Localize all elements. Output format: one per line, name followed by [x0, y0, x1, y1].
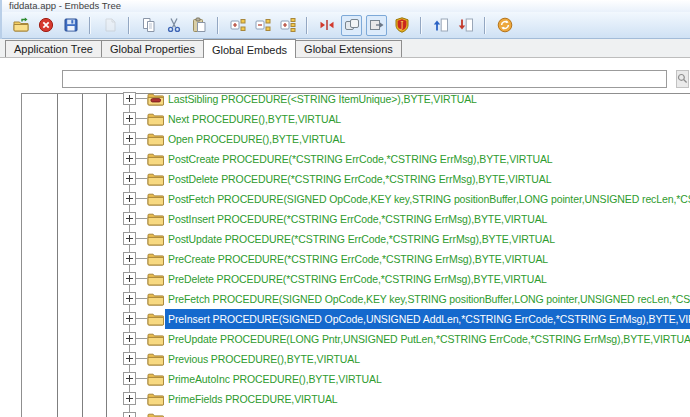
expand-plus-box[interactable]: [123, 352, 136, 365]
tree-row[interactable]: PreInsert PROCEDURE(SIGNED OpCode,UNSIGN…: [0, 309, 690, 329]
open-application-button[interactable]: [10, 15, 31, 36]
expand-all-button[interactable]: [277, 15, 298, 36]
tree-row[interactable]: PrimeAutoInc PROCEDURE(),BYTE,VIRTUAL: [0, 369, 690, 389]
tree-expand-all-icon: [280, 17, 296, 33]
toolbar-separator: [420, 17, 422, 34]
tree-item-label[interactable]: PreFetch PROCEDURE(SIGNED OpCode,KEY key…: [165, 289, 690, 309]
tree-item-label[interactable]: PreInsert PROCEDURE(SIGNED OpCode,UNSIGN…: [165, 309, 690, 329]
tree-item-label[interactable]: Open PROCEDURE(),BYTE,VIRTUAL: [165, 129, 690, 149]
expand-plus-box[interactable]: [123, 312, 136, 325]
tree-connector-line: [136, 398, 147, 399]
expand-plus-box[interactable]: [123, 332, 136, 345]
expand-plus-box[interactable]: [123, 172, 136, 185]
copy-icon: [141, 17, 157, 33]
show-filled-embeds-toggle[interactable]: [341, 15, 362, 36]
tree-row[interactable]: PostDelete PROCEDURE(*CSTRING ErrCode,*C…: [0, 169, 690, 189]
tree-contract-icon: [255, 17, 271, 33]
tab-global-properties[interactable]: Global Properties: [101, 40, 204, 57]
expand-plus-box[interactable]: [123, 92, 136, 105]
tree-row[interactable]: PreUpdate PROCEDURE(LONG Pntr,UNSIGNED P…: [0, 329, 690, 349]
tree-item-label[interactable]: PostUpdate PROCEDURE(*CSTRING ErrCode,*C…: [165, 229, 690, 249]
expand-plus-box[interactable]: [123, 272, 136, 285]
tree-connector-line: [136, 358, 147, 359]
title-bar[interactable]: fiddata.app - Embeds Tree: [0, 0, 690, 12]
tree-item-label[interactable]: PostFetch PROCEDURE(SIGNED OpCode,KEY ke…: [165, 189, 690, 209]
tree-row[interactable]: PostUpdate PROCEDURE(*CSTRING ErrCode,*C…: [0, 229, 690, 249]
folder-icon: [147, 192, 164, 206]
expand-plus-box[interactable]: [123, 212, 136, 225]
tree-row[interactable]: PrimeFields PROCEDURE,VIRTUAL: [0, 389, 690, 409]
tree-row[interactable]: [0, 409, 690, 417]
tree-row[interactable]: PostFetch PROCEDURE(SIGNED OpCode,KEY ke…: [0, 189, 690, 209]
tree-item-label[interactable]: PrimeFields PROCEDURE,VIRTUAL: [165, 389, 690, 409]
folder-icon: [147, 372, 164, 386]
tab-global-extensions[interactable]: Global Extensions: [295, 40, 402, 57]
tab-application-tree[interactable]: Application Tree: [5, 40, 102, 57]
paste-button[interactable]: [188, 15, 209, 36]
refresh-button[interactable]: [494, 15, 515, 36]
tree-item-label[interactable]: PreDelete PROCEDURE(*CSTRING ErrCode,*CS…: [165, 269, 690, 289]
expand-plus-box[interactable]: [123, 112, 136, 125]
shield-icon: J: [394, 17, 410, 33]
tree-item-label[interactable]: PostCreate PROCEDURE(*CSTRING ErrCode,*C…: [165, 149, 690, 169]
tree-connector-line: [136, 378, 147, 379]
cut-icon: [166, 17, 182, 33]
tree-item-label[interactable]: Previous PROCEDURE(),BYTE,VIRTUAL: [165, 349, 690, 369]
tree-item-label[interactable]: PrimeAutoInc PROCEDURE(),BYTE,VIRTUAL: [165, 369, 690, 389]
expand-plus-box[interactable]: [123, 372, 136, 385]
close-button[interactable]: [35, 15, 56, 36]
expand-plus-box[interactable]: [123, 252, 136, 265]
tree-item-label[interactable]: PostInsert PROCEDURE(*CSTRING ErrCode,*C…: [165, 209, 690, 229]
tree-connector-line: [136, 298, 147, 299]
tree-row[interactable]: Open PROCEDURE(),BYTE,VIRTUAL: [0, 129, 690, 149]
tree-row[interactable]: Previous PROCEDURE(),BYTE,VIRTUAL: [0, 349, 690, 369]
tree-connector-line: [136, 198, 147, 199]
tree-item-label[interactable]: PreCreate PROCEDURE(*CSTRING ErrCode,*CS…: [165, 249, 690, 269]
filter-search-button[interactable]: [676, 70, 689, 88]
window-title: fiddata.app - Embeds Tree: [9, 0, 121, 11]
tree-row[interactable]: Next PROCEDURE(),BYTE,VIRTUAL: [0, 109, 690, 129]
embed-filter-input[interactable]: [62, 70, 667, 88]
copy-button[interactable]: [138, 15, 159, 36]
contract-branch-button[interactable]: [252, 15, 273, 36]
expand-branch-button[interactable]: [227, 15, 248, 36]
expand-plus-box[interactable]: [123, 392, 136, 405]
tree-connector-line: [136, 98, 147, 99]
tree-row[interactable]: PreFetch PROCEDURE(SIGNED OpCode,KEY key…: [0, 289, 690, 309]
show-embed-source-toggle[interactable]: [366, 15, 387, 36]
tab-global-embeds[interactable]: Global Embeds: [203, 39, 296, 58]
tree-row[interactable]: PreDelete PROCEDURE(*CSTRING ErrCode,*CS…: [0, 269, 690, 289]
expand-plus-box[interactable]: [123, 152, 136, 165]
expand-plus-box[interactable]: [123, 232, 136, 245]
tree-row[interactable]: PreCreate PROCEDURE(*CSTRING ErrCode,*CS…: [0, 249, 690, 269]
tab-strip: Application TreeGlobal PropertiesGlobal …: [0, 39, 690, 58]
move-down-button[interactable]: [455, 15, 476, 36]
folder-icon: [147, 132, 164, 146]
expand-plus-box[interactable]: [123, 192, 136, 205]
tree-row[interactable]: PostInsert PROCEDURE(*CSTRING ErrCode,*C…: [0, 209, 690, 229]
paste-icon: [191, 17, 207, 33]
contract-all-button[interactable]: [316, 15, 337, 36]
save-button[interactable]: [60, 15, 81, 36]
template-shield-button[interactable]: J: [391, 15, 412, 36]
tree-item-label[interactable]: PreUpdate PROCEDURE(LONG Pntr,UNSIGNED P…: [165, 329, 690, 349]
embeds-view-icon: [344, 17, 360, 33]
folder-icon: [147, 272, 164, 286]
expand-plus-box[interactable]: [123, 412, 136, 417]
tree-item-label[interactable]: PostDelete PROCEDURE(*CSTRING ErrCode,*C…: [165, 169, 690, 189]
tree-row[interactable]: PostCreate PROCEDURE(*CSTRING ErrCode,*C…: [0, 149, 690, 169]
cut-button[interactable]: [163, 15, 184, 36]
toolbar-separator: [306, 17, 308, 34]
embeds-tree: LastSibling PROCEDURE(<STRING ItemUnique…: [0, 89, 690, 417]
expand-plus-box[interactable]: [123, 132, 136, 145]
folder-icon: [147, 412, 164, 417]
tree-row[interactable]: LastSibling PROCEDURE(<STRING ItemUnique…: [0, 89, 690, 109]
folder-icon: [147, 392, 164, 406]
tree-item-label[interactable]: LastSibling PROCEDURE(<STRING ItemUnique…: [165, 89, 690, 109]
tree-connector-line: [136, 338, 147, 339]
move-up-button[interactable]: [430, 15, 451, 36]
tab-page-global-embeds: LastSibling PROCEDURE(<STRING ItemUnique…: [0, 58, 690, 417]
tree-item-label[interactable]: Next PROCEDURE(),BYTE,VIRTUAL: [165, 109, 690, 129]
expand-plus-box[interactable]: [123, 292, 136, 305]
tree-connector-line: [136, 318, 147, 319]
